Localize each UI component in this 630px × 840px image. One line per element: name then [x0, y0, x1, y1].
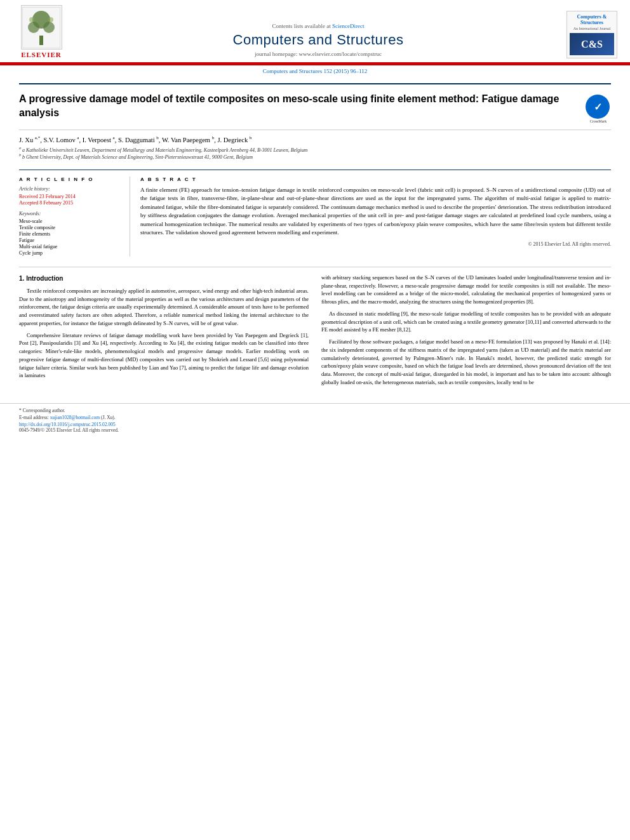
body-right-col: with arbitrary stacking sequences based … [321, 274, 611, 390]
article-history: Article history: Received 23 February 20… [19, 186, 122, 206]
svg-point-6 [48, 17, 53, 22]
crossmark-text: CrossMark [586, 119, 611, 123]
intro-para-4: As discussed in static modelling [9], th… [321, 310, 611, 334]
intro-para-3: with arbitrary stacking sequences based … [321, 274, 611, 306]
section-title-text: Introduction [26, 275, 63, 282]
sciencedirect-link[interactable]: ScienceDirect [332, 23, 364, 29]
journal-title: Computers and Structures [76, 32, 560, 48]
intro-para-2: Comprehensive literature reviews of fati… [19, 331, 309, 380]
journal-issue: Computers and Structures 152 (2015) 96–1… [0, 65, 630, 76]
keywords-label: Keywords: [19, 211, 122, 217]
section-number: 1. [19, 275, 24, 282]
footer-copyright: 0045-7949/© 2015 Elsevier Ltd. All right… [19, 427, 611, 433]
intro-para-5: Facilitated by those software packages, … [321, 338, 611, 387]
footer-left: * Corresponding author. E-mail address: … [19, 408, 611, 433]
svg-point-3 [28, 22, 39, 33]
author-sup-a: a,* [35, 135, 40, 140]
svg-rect-1 [39, 36, 43, 45]
article-info-abstract-section: A R T I C L E I N F O Article history: R… [19, 170, 611, 257]
intro-para-1: Textile reinforced composites are increa… [19, 287, 309, 328]
journal-cover-thumbnail: Computers & Structures An International … [566, 11, 617, 58]
author-sup-b: a [77, 135, 79, 140]
author-sup-e: b [212, 135, 215, 140]
author-sup-c: a [113, 135, 115, 140]
article-body: A progressive damage model of textile co… [0, 76, 630, 397]
sciencedirect-note: Contents lists available at ScienceDirec… [76, 23, 560, 29]
article-title-section: A progressive damage model of textile co… [19, 83, 611, 130]
elsevier-emblem [21, 5, 62, 50]
keyword-3: Finite elements [19, 231, 122, 237]
keyword-1: Meso-scale [19, 218, 122, 224]
elsevier-brand-text: ELSEVIER [21, 51, 62, 58]
crossmark-logo: ✓ [586, 95, 610, 119]
doi-link[interactable]: http://dx.doi.org/10.1016/j.compstruc.20… [19, 422, 611, 427]
article-title-text: A progressive damage model of textile co… [19, 92, 579, 121]
main-content: 1. Introduction Textile reinforced compo… [19, 267, 611, 390]
copyright-line: © 2015 Elsevier Ltd. All rights reserved… [140, 241, 611, 247]
intro-title: 1. Introduction [19, 274, 309, 283]
email-address[interactable]: xujian1028@hotmail.com [50, 415, 100, 420]
journal-homepage: journal homepage: www.elsevier.com/locat… [76, 51, 560, 57]
crossmark-badge[interactable]: ✓ CrossMark [586, 95, 611, 123]
keywords-section: Keywords: Meso-scale Textile composite F… [19, 211, 122, 256]
abstract-heading: A B S T R A C T [140, 177, 611, 182]
history-label: Article history: [19, 186, 122, 192]
elsevier-logo: ELSEVIER [13, 5, 70, 62]
affiliations: a a Katholieke Universiteit Leuven, Depa… [19, 146, 611, 160]
svg-point-5 [29, 17, 34, 22]
email-note: E-mail address: xujian1028@hotmail.com (… [19, 415, 611, 420]
accepted-date: Accepted 8 February 2015 [19, 200, 122, 206]
corresponding-author-note: * Corresponding author. [19, 408, 611, 413]
journal-header: ELSEVIER Contents lists available at Sci… [0, 0, 630, 63]
page: ELSEVIER Contents lists available at Sci… [0, 0, 630, 437]
abstract-col: A B S T R A C T A finite element (FE) ap… [140, 177, 611, 257]
author-sup-d: b [156, 135, 159, 140]
keyword-6: Cycle jump [19, 250, 122, 256]
keyword-5: Multi-axial fatigue [19, 244, 122, 250]
body-left-col: 1. Introduction Textile reinforced compo… [19, 274, 309, 390]
journal-center: Contents lists available at ScienceDirec… [76, 23, 560, 62]
affiliation-a: a a Katholieke Universiteit Leuven, Depa… [19, 146, 611, 153]
author-sup-f: b [250, 135, 252, 140]
received-date: Received 23 February 2014 [19, 194, 122, 199]
article-info-col: A R T I C L E I N F O Article history: R… [19, 177, 130, 257]
authors-line: J. Xu a,*, S.V. Lomov a, I. Verpoest a, … [19, 135, 611, 143]
authors-section: J. Xu a,*, S.V. Lomov a, I. Verpoest a, … [19, 130, 611, 163]
keyword-2: Textile composite [19, 225, 122, 230]
keyword-4: Fatigue [19, 237, 122, 243]
footer-content: * Corresponding author. E-mail address: … [19, 408, 611, 433]
page-footer: * Corresponding author. E-mail address: … [0, 403, 630, 437]
affiliation-b: b b Ghent University, Dept. of Materials… [19, 153, 611, 160]
article-info-heading: A R T I C L E I N F O [19, 177, 122, 182]
abstract-text: A finite element (FE) approach for tensi… [140, 186, 611, 237]
body-two-col: 1. Introduction Textile reinforced compo… [19, 274, 611, 390]
article-title: A progressive damage model of textile co… [19, 92, 579, 121]
svg-point-4 [43, 22, 55, 33]
